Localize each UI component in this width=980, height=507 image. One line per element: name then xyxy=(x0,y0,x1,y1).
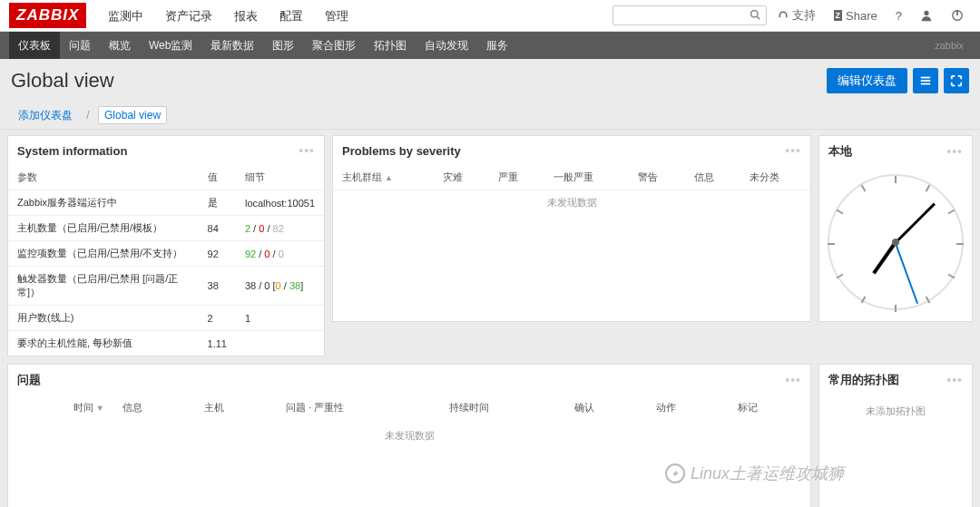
column-header[interactable]: 动作 xyxy=(647,395,729,420)
widget-title: Problems by severity xyxy=(342,144,461,158)
widget-menu-icon[interactable]: ••• xyxy=(299,143,315,158)
column-header[interactable]: 警告 xyxy=(629,165,684,190)
problems-by-severity-widget: Problems by severity ••• 主机群组 ▲灾难严重一般严重警… xyxy=(332,135,811,322)
table-row: 要求的主机性能, 每秒新值1.11 xyxy=(8,331,324,356)
column-header[interactable]: 主机 xyxy=(195,395,277,420)
breadcrumb-separator: / xyxy=(81,107,94,123)
help-icon[interactable]: ? xyxy=(888,5,909,26)
widget-title: 问题 xyxy=(17,372,41,388)
widget-menu-icon[interactable]: ••• xyxy=(946,144,963,159)
detail-cell: localhost:10051 xyxy=(236,190,324,216)
subnav-user: zabbix xyxy=(935,40,971,51)
value-cell: 38 xyxy=(199,267,236,306)
search-input[interactable] xyxy=(612,5,767,25)
value-cell: 是 xyxy=(199,190,236,216)
subnav-item[interactable]: 仪表板 xyxy=(9,32,60,59)
top-navigation: ZABBIX 监测中资产记录报表配置管理 支持 Z Share ? xyxy=(0,0,980,32)
subnav-item[interactable]: 聚合图形 xyxy=(303,32,365,59)
fullscreen-icon[interactable] xyxy=(944,68,969,93)
topnav-item[interactable]: 管理 xyxy=(314,0,359,32)
subnav-item[interactable]: 问题 xyxy=(60,32,100,59)
topnav-item[interactable]: 报表 xyxy=(223,0,269,32)
column-header[interactable]: 持续时间 xyxy=(440,395,564,420)
clock-mark xyxy=(861,297,867,304)
svg-point-2 xyxy=(924,11,928,15)
value-cell: 92 xyxy=(199,241,236,267)
top-nav-right: 支持 Z Share ? xyxy=(612,4,971,27)
subnav-item[interactable]: 拓扑图 xyxy=(365,32,416,59)
widget-menu-icon[interactable]: ••• xyxy=(785,143,801,158)
topnav-item[interactable]: 资产记录 xyxy=(154,0,223,32)
sub-navigation: 仪表板问题概览Web监测最新数据图形聚合图形拓扑图自动发现服务 zabbix xyxy=(0,32,980,59)
user-icon[interactable] xyxy=(913,5,940,25)
detail-cell: 38 / 0 [0 / 38] xyxy=(236,267,324,306)
column-header[interactable]: 严重 xyxy=(489,165,544,190)
share-icon: Z xyxy=(834,10,843,21)
share-link[interactable]: Z Share xyxy=(827,5,885,26)
detail-cell xyxy=(236,331,324,356)
topology-widget: 常用的拓扑图 ••• 未添加拓扑图 xyxy=(818,364,973,507)
subnav-item[interactable]: Web监测 xyxy=(140,32,201,59)
top-nav-links: 监测中资产记录报表配置管理 xyxy=(97,0,359,32)
column-header: 参数 xyxy=(8,165,199,190)
column-header[interactable]: 灾难 xyxy=(434,165,489,190)
detail-cell: 92 / 0 / 0 xyxy=(236,241,324,267)
topnav-item[interactable]: 监测中 xyxy=(97,0,154,32)
widget-menu-icon[interactable]: ••• xyxy=(946,373,963,387)
detail-cell: 1 xyxy=(236,306,324,331)
column-header[interactable]: 标记 xyxy=(729,395,810,420)
problems-table: 时间 ▼信息主机问题 · 严重性持续时间确认动作标记 xyxy=(8,395,810,420)
subnav-item[interactable]: 自动发现 xyxy=(416,32,477,59)
subnav-item[interactable]: 概览 xyxy=(100,32,140,59)
support-link[interactable]: 支持 xyxy=(770,4,823,27)
subnav-item[interactable]: 服务 xyxy=(477,32,517,59)
edit-dashboard-button[interactable]: 编辑仪表盘 xyxy=(827,68,907,93)
clock-mark xyxy=(828,243,835,245)
severity-table: 主机群组 ▲灾难严重一般严重警告信息未分类 未发现数据 xyxy=(333,165,810,215)
breadcrumb-current[interactable]: Global view xyxy=(98,106,167,124)
table-row: 主机数量（已启用/已禁用/模板）842 / 0 / 82 xyxy=(8,216,324,241)
system-info-table: 参数值细节 Zabbix服务器端运行中是localhost:10051主机数量（… xyxy=(8,165,324,356)
clock-center xyxy=(892,239,899,246)
column-header[interactable]: 主机群组 ▲ xyxy=(333,165,434,190)
power-icon[interactable] xyxy=(944,5,971,25)
column-header[interactable]: 未分类 xyxy=(740,165,810,190)
clock-mark xyxy=(948,274,956,279)
clock-mark xyxy=(861,185,867,192)
column-header[interactable]: 时间 ▼ xyxy=(8,395,113,420)
column-header[interactable]: 确认 xyxy=(565,395,647,420)
no-data-text: 未发现数据 xyxy=(8,420,810,452)
param-cell: 监控项数量（已启用/已禁用/不支持） xyxy=(8,241,199,267)
table-row: 用户数(线上)21 xyxy=(8,306,324,331)
zabbix-logo[interactable]: ZABBIX xyxy=(9,3,86,28)
value-cell: 84 xyxy=(199,216,236,241)
widget-title: 常用的拓扑图 xyxy=(828,372,899,388)
widget-title: 本地 xyxy=(828,143,852,160)
problems-widget: 问题 ••• 时间 ▼信息主机问题 · 严重性持续时间确认动作标记 未发现数据 xyxy=(7,364,811,507)
value-cell: 2 xyxy=(199,306,236,331)
no-data-text: 未发现数据 xyxy=(333,190,810,216)
column-header[interactable]: 问题 · 严重性 xyxy=(277,395,441,420)
subnav-item[interactable]: 图形 xyxy=(263,32,303,59)
param-cell: 要求的主机性能, 每秒新值 xyxy=(8,331,199,356)
subnav-item[interactable]: 最新数据 xyxy=(201,32,263,59)
search-icon xyxy=(750,9,760,23)
clock-mark xyxy=(837,210,844,215)
widget-menu-icon[interactable]: ••• xyxy=(785,373,801,387)
table-row: 触发器数量（已启用/已禁用 [问题/正常]）3838 / 0 [0 / 38] xyxy=(8,267,324,306)
svg-line-1 xyxy=(757,16,760,19)
detail-cell: 2 / 0 / 82 xyxy=(236,216,324,241)
column-header: 细节 xyxy=(236,165,324,190)
param-cell: 触发器数量（已启用/已禁用 [问题/正常]） xyxy=(8,267,199,306)
column-header[interactable]: 信息 xyxy=(685,165,740,190)
table-row: 监控项数量（已启用/已禁用/不支持）9292 / 0 / 0 xyxy=(8,241,324,267)
column-header[interactable]: 一般严重 xyxy=(544,165,629,190)
clock-mark xyxy=(837,274,844,279)
breadcrumb-add-dashboard[interactable]: 添加仪表盘 xyxy=(13,107,78,123)
list-icon[interactable] xyxy=(913,68,938,93)
topnav-item[interactable]: 配置 xyxy=(269,0,314,32)
clock-mark xyxy=(926,185,931,192)
clock-mark xyxy=(895,176,897,183)
system-information-widget: System information ••• 参数值细节 Zabbix服务器端运… xyxy=(7,135,325,356)
column-header[interactable]: 信息 xyxy=(113,395,195,420)
